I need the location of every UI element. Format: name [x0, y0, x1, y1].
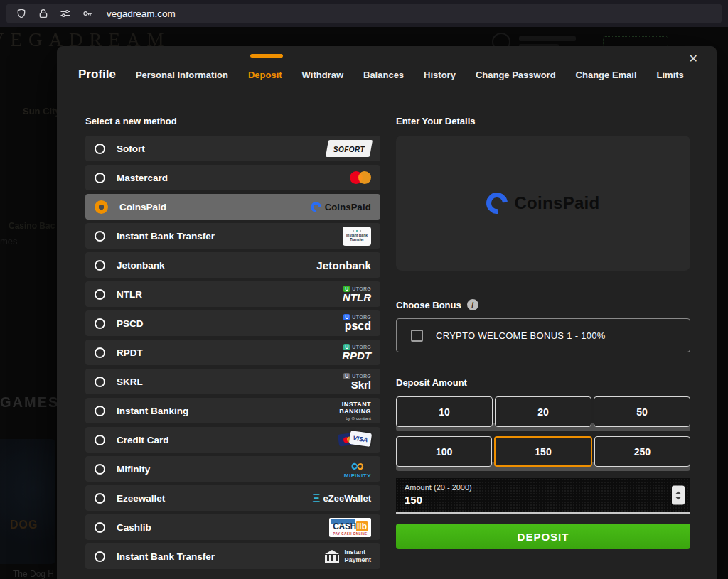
method-label: SKRL: [117, 377, 143, 387]
tab-change-password[interactable]: Change Password: [476, 70, 556, 80]
tab-history[interactable]: History: [424, 70, 456, 80]
coinspaid-wordmark: CoinsPaid: [514, 193, 599, 213]
key-icon[interactable]: [82, 8, 93, 19]
bonus-checkbox[interactable]: [411, 330, 423, 342]
permissions-icon[interactable]: [60, 8, 71, 19]
amount-input[interactable]: [405, 494, 561, 506]
radio-icon[interactable]: [95, 377, 105, 387]
amount-button-50[interactable]: 50: [594, 396, 690, 427]
method-label: Instant Bank Transfer: [117, 551, 215, 562]
method-label: CoinsPaid: [119, 202, 166, 212]
methods-list: Sofort SOFORT Mastercard CoinsPaid Coins…: [85, 136, 380, 569]
cashlib-logo: CASHlibPAY CASH ONLINE: [329, 518, 371, 537]
method-row-ezeewallet[interactable]: Ezeewallet ΞeZeeWallet: [85, 485, 380, 511]
method-row-pscd[interactable]: PSCD UUTORGpscd: [85, 310, 380, 336]
lock-icon[interactable]: [38, 8, 49, 19]
page-title: Profile: [78, 67, 116, 82]
deposit-button[interactable]: DEPOSIT: [396, 524, 690, 549]
active-tab-indicator: [250, 54, 283, 58]
method-row-cashlib[interactable]: Cashlib CASHlibPAY CASH ONLINE: [85, 514, 380, 540]
ezeewallet-logo: ΞeZeeWallet: [313, 492, 371, 504]
info-icon[interactable]: i: [467, 299, 478, 310]
url-bar[interactable]: vegadream.com: [6, 4, 722, 23]
shield-icon[interactable]: [16, 8, 27, 19]
amount-button-150-selected[interactable]: 150: [494, 436, 592, 467]
radio-icon[interactable]: [95, 318, 105, 329]
radio-checked-icon[interactable]: [95, 200, 108, 214]
method-row-ntlr[interactable]: NTLR UUTORGNTLR: [85, 281, 380, 307]
stepper-down-icon[interactable]: [675, 497, 681, 499]
ntlr-utorg-logo: UUTORGNTLR: [343, 286, 371, 303]
method-row-skrl[interactable]: SKRL UUTORGSkrl: [85, 369, 380, 394]
amount-button-20[interactable]: 20: [495, 396, 592, 427]
deposit-amount-heading: Deposit Amount: [396, 377, 690, 388]
method-row-sofort[interactable]: Sofort SOFORT: [85, 136, 380, 161]
skrl-utorg-logo: UUTORGSkrl: [343, 373, 371, 391]
bonus-heading: Choose Bonus: [396, 300, 461, 310]
radio-icon[interactable]: [95, 406, 105, 416]
radio-icon[interactable]: [95, 493, 105, 504]
method-row-mifinity[interactable]: Mifinity ∞MiFINITY: [85, 456, 380, 482]
tab-limits[interactable]: Limits: [657, 70, 684, 80]
method-label: Sofort: [117, 144, 145, 154]
method-row-rpdt[interactable]: RPDT UUTORGRPDT: [85, 340, 380, 365]
method-row-mastercard[interactable]: Mastercard: [85, 165, 380, 190]
amount-button-10[interactable]: 10: [396, 396, 493, 427]
coinspaid-icon: [482, 188, 512, 218]
bank-icon: [325, 550, 339, 563]
stepper-up-icon[interactable]: [675, 491, 681, 494]
mastercard-logo: [350, 171, 371, 184]
amount-button-250[interactable]: 250: [594, 436, 690, 467]
method-label: RPDT: [117, 347, 143, 358]
method-row-instant-bank-transfer-2[interactable]: Instant Bank Transfer InstantPayment: [85, 543, 380, 569]
method-label: Mastercard: [117, 173, 168, 183]
jetonbank-logo: Jetonbank: [316, 259, 371, 271]
browser-toolbar: vegadream.com: [0, 0, 728, 27]
bonus-label: CRYPTO WELCOME BONUS 1 - 100%: [436, 330, 606, 341]
profile-modal: ✕ Profile Personal Information Deposit W…: [57, 46, 717, 579]
radio-icon[interactable]: [95, 144, 105, 154]
radio-icon[interactable]: [95, 260, 105, 271]
amount-presets-row-1: 10 20 50: [396, 396, 690, 431]
bonus-option[interactable]: CRYPTO WELCOME BONUS 1 - 100%: [396, 318, 690, 352]
method-row-instant-bank-transfer[interactable]: Instant Bank Transfer Instant Bank Trans…: [85, 223, 380, 249]
amount-stepper[interactable]: [672, 486, 685, 505]
radio-icon[interactable]: [95, 173, 105, 183]
radio-icon[interactable]: [95, 289, 105, 300]
url-text[interactable]: vegadream.com: [107, 9, 176, 19]
rpdt-utorg-logo: UUTORGRPDT: [342, 344, 371, 362]
radio-icon[interactable]: [95, 435, 105, 445]
amount-input-label: Amount (20 - 2000): [405, 483, 682, 492]
details-heading: Enter Your Details: [396, 116, 690, 126]
tab-balances[interactable]: Balances: [363, 70, 404, 80]
sofort-logo: SOFORT: [327, 140, 371, 157]
instant-banking-logo: INSTANTBANKINGby ⊙ contiant: [339, 401, 371, 421]
instant-payment-bank-logo: InstantPayment: [325, 548, 371, 565]
method-label: Instant Bank Transfer: [117, 231, 215, 242]
close-icon[interactable]: ✕: [689, 53, 698, 65]
radio-icon[interactable]: [95, 464, 105, 475]
method-label: PSCD: [117, 318, 144, 329]
amount-input-container: Amount (20 - 2000): [396, 478, 690, 514]
tab-deposit[interactable]: Deposit: [248, 70, 282, 80]
tab-withdraw[interactable]: Withdraw: [302, 70, 343, 80]
method-label: Instant Banking: [117, 406, 188, 416]
method-row-instant-banking[interactable]: Instant Banking INSTANTBANKINGby ⊙ conti…: [85, 398, 380, 423]
amount-button-100[interactable]: 100: [396, 436, 492, 467]
method-label: Cashlib: [117, 522, 151, 533]
method-row-jetonbank[interactable]: Jetonbank Jetonbank: [85, 252, 380, 278]
radio-icon[interactable]: [95, 551, 105, 562]
method-row-credit-card[interactable]: Credit Card VISA: [85, 427, 380, 453]
method-row-coinspaid[interactable]: CoinsPaid CoinsPaid: [85, 194, 380, 220]
method-label: Credit Card: [117, 435, 169, 445]
tab-change-email[interactable]: Change Email: [576, 70, 637, 80]
method-label: Mifinity: [117, 464, 150, 475]
radio-icon[interactable]: [95, 231, 105, 242]
amount-presets-row-2: 100 150 250: [396, 436, 690, 471]
mifinity-logo: ∞MiFINITY: [344, 459, 371, 480]
coinspaid-logo: CoinsPaid: [311, 202, 371, 212]
tab-personal-information[interactable]: Personal Information: [136, 70, 228, 80]
radio-icon[interactable]: [95, 522, 105, 533]
radio-icon[interactable]: [95, 347, 105, 358]
provider-details-card: CoinsPaid: [396, 136, 690, 271]
